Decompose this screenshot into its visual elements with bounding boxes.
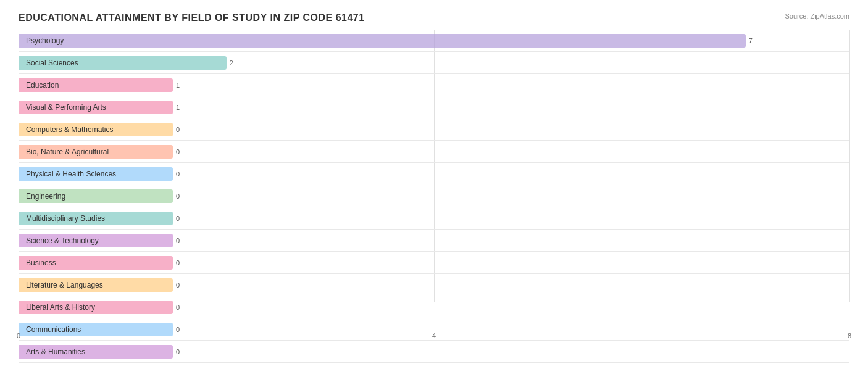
source-label: Source: ZipAtlas.com	[785, 12, 849, 20]
bar-value: 0	[176, 148, 180, 156]
bar-value: 1	[176, 104, 180, 111]
bars-section: Psychology7Social Sciences2Education1Vis…	[19, 30, 849, 321]
bar-value: 0	[176, 193, 180, 200]
bar-label: Literature & Languages	[23, 280, 106, 291]
bar-label: Arts & Humanities	[23, 346, 88, 357]
bar-row: Arts & Humanities0	[19, 341, 849, 363]
bar-label: Business	[23, 257, 59, 268]
x-tick-label: 0	[17, 332, 20, 339]
bar-value: 0	[176, 304, 180, 311]
chart-title: EDUCATIONAL ATTAINMENT BY FIELD OF STUDY…	[19, 12, 849, 23]
x-tick-label: 8	[848, 332, 851, 339]
grid-line	[849, 30, 850, 302]
bar-label: Psychology	[23, 35, 66, 46]
bar-label: Computers & Mathematics	[23, 124, 115, 135]
bar-row: Multidisciplinary Studies0	[19, 207, 849, 230]
bar-row: Visual & Performing Arts1	[19, 96, 849, 118]
bar-row: Engineering0	[19, 185, 849, 207]
bar-label: Liberal Arts & History	[23, 302, 98, 313]
bar-value: 0	[176, 215, 180, 222]
bar-row: Bio, Nature & Agricultural0	[19, 141, 849, 163]
bar-row: Literature & Languages0	[19, 274, 849, 296]
bar-value: 0	[176, 326, 180, 333]
bar-value: 0	[176, 170, 180, 178]
chart-container: EDUCATIONAL ATTAINMENT BY FIELD OF STUDY…	[0, 0, 868, 390]
x-axis: 048	[19, 321, 849, 339]
bar-value: 0	[176, 126, 180, 133]
bar-value: 1	[176, 81, 180, 89]
bar-row: Business0	[19, 252, 849, 274]
bar-label: Visual & Performing Arts	[23, 102, 109, 113]
bar-row: Science & Technology0	[19, 230, 849, 252]
bar-value: 2	[230, 59, 233, 67]
bar-row: Computers & Mathematics0	[19, 118, 849, 141]
chart-area: Psychology7Social Sciences2Education1Vis…	[19, 30, 849, 339]
bar-label: Education	[23, 80, 61, 91]
bar-label: Science & Technology	[23, 235, 101, 246]
bar-label: Social Sciences	[23, 57, 81, 68]
bar-row: Physical & Health Sciences0	[19, 163, 849, 185]
x-tick-label: 4	[432, 332, 436, 339]
bar-row: Psychology7	[19, 30, 849, 52]
bar-label: Bio, Nature & Agricultural	[23, 146, 111, 157]
bar-row: Education1	[19, 74, 849, 96]
bar-value: 7	[749, 37, 753, 44]
bar-value: 0	[176, 237, 180, 244]
bar-label: Multidisciplinary Studies	[23, 213, 107, 224]
bar-fill	[19, 34, 746, 48]
bar-value: 0	[176, 281, 180, 289]
bar-value: 0	[176, 348, 180, 355]
bar-label: Communications	[23, 324, 83, 335]
bar-row: Social Sciences2	[19, 52, 849, 74]
bar-value: 0	[176, 259, 180, 267]
bar-label: Engineering	[23, 191, 68, 202]
bar-row: Liberal Arts & History0	[19, 296, 849, 318]
bar-label: Physical & Health Sciences	[23, 168, 119, 180]
